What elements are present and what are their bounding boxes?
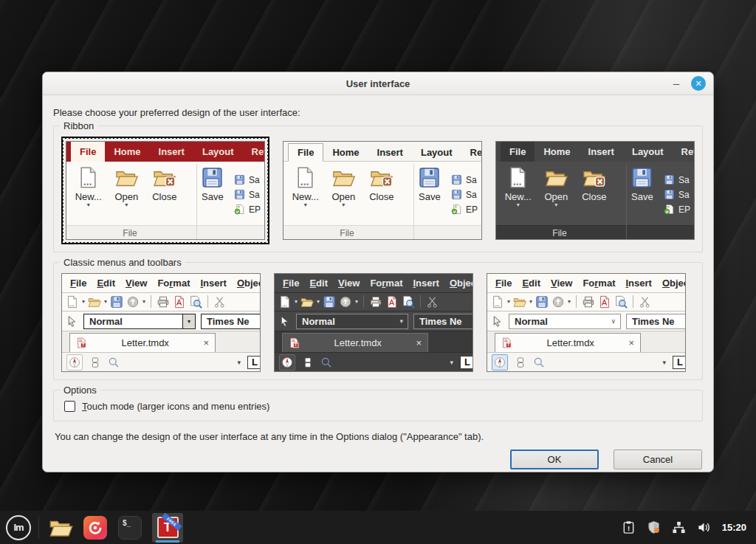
menu-view: View — [120, 278, 152, 289]
print-icon — [582, 295, 595, 309]
cursor-icon — [491, 315, 504, 328]
font-combobox: Times Ne — [201, 314, 261, 329]
statusbar-arrow-icon: ▾ — [450, 359, 453, 366]
new-document-icon — [77, 166, 100, 189]
save-all-icon — [451, 189, 462, 200]
classic-group: Classic menus and toolbars File Edit Vie… — [53, 262, 703, 380]
menu-edit: Edit — [304, 278, 333, 289]
menu-file: File — [490, 278, 517, 289]
menu-insert: Insert — [408, 278, 444, 289]
status-bar: ▾ L — [62, 352, 260, 371]
network-icon[interactable] — [672, 520, 686, 534]
statusbar-arrow-icon: ▾ — [237, 359, 241, 366]
textmaker-window-button[interactable]: T FREE — [152, 513, 183, 543]
firewall-shield-icon[interactable] — [647, 520, 661, 534]
style-combobox: Normal ∨ — [509, 314, 621, 329]
open-folder-icon — [115, 166, 138, 189]
menu-object: Object — [444, 278, 473, 289]
document-tabbar: Letter.tmdx × — [487, 331, 685, 353]
ribbon-preview-light[interactable]: File Home Insert Layout Refer New... ▾ — [283, 141, 482, 240]
send-icon — [551, 295, 565, 309]
mint-menu-button[interactable]: lm — [6, 515, 31, 540]
ribbon-tab-insert: Insert — [150, 142, 193, 162]
ribbon-saveas-button: Sa — [451, 174, 480, 185]
ribbon-tab-home: Home — [535, 142, 579, 162]
ribbon-tabbar: File Home Insert Layout Refer — [284, 142, 481, 162]
document-tab: Letter.tmdx × — [495, 333, 641, 352]
timeshift-launcher[interactable] — [83, 515, 108, 540]
menu-view: View — [333, 278, 365, 289]
menu-edit: Edit — [517, 278, 546, 289]
textmaker-doc-icon — [289, 337, 300, 348]
format-toolbar: Normal ∨ Times Ne — [487, 311, 685, 331]
ribbon-group-caption: File — [496, 225, 694, 240]
ribbon-tab-insert: Insert — [368, 143, 412, 161]
refresh-app-icon — [83, 516, 107, 540]
panes-icon — [302, 357, 314, 368]
style-combobox: Normal ▾ — [296, 314, 408, 329]
ribbon-save-button: Save — [193, 164, 233, 225]
ribbon-tabbar: File Home Insert Layout Refer — [496, 142, 694, 162]
save-icon — [535, 295, 549, 309]
open-folder-icon — [88, 295, 101, 309]
ribbon-open-button: Open ▾ — [537, 164, 576, 225]
cut-icon — [639, 295, 652, 309]
combo-arrow-icon: ▾ — [399, 317, 408, 325]
combo-arrow-icon: ∨ — [611, 317, 620, 325]
menubar: File Edit View Format Insert Object — [62, 274, 260, 292]
menubar: File Edit View Format Insert Object — [275, 274, 472, 292]
menu-format: Format — [365, 278, 408, 289]
ribbon-new-button: New... ▾ — [286, 164, 325, 225]
ribbon-close-button: Close — [145, 164, 184, 225]
files-launcher[interactable] — [48, 515, 73, 540]
update-manager-icon[interactable] — [622, 520, 636, 534]
ribbon-group: Ribbon File Home Insert Layout Refer — [53, 125, 703, 252]
toolbar: ▾ ▾ ▾ — [275, 292, 472, 311]
close-folder-icon — [370, 166, 393, 189]
classic-preview-dark[interactable]: File Edit View Format Insert Object ▾ ▾ … — [274, 273, 473, 372]
cut-icon — [426, 295, 439, 309]
ribbon-group-caption: File — [66, 225, 264, 240]
close-folder-icon — [583, 166, 605, 189]
print-preview-icon — [189, 295, 202, 309]
ribbon-preview-red[interactable]: File Home Insert Layout Refer New... ▾ — [66, 141, 265, 240]
print-icon — [157, 295, 170, 309]
ribbon-tab-file: File — [71, 142, 105, 162]
ribbon-saveall-button: Sa — [451, 189, 480, 200]
ribbon-preview-dark[interactable]: File Home Insert Layout Refer New... ▾ — [495, 141, 695, 240]
save-all-icon — [664, 189, 675, 200]
save-as-icon — [234, 174, 245, 185]
search-icon — [320, 357, 332, 368]
menu-format: Format — [152, 278, 195, 289]
pdf-export-icon — [598, 295, 611, 309]
terminal-launcher[interactable]: $_ — [117, 515, 142, 540]
status-bar: ▾ L — [487, 352, 685, 371]
close-button[interactable]: ✕ — [691, 76, 706, 91]
classic-preview-light[interactable]: File Edit View Format Insert Object ▾ ▾ … — [61, 273, 261, 372]
new-document-icon — [491, 295, 504, 309]
tab-close-icon: × — [203, 337, 209, 348]
ribbon-tab-file: File — [288, 143, 323, 162]
minimize-button[interactable]: – — [670, 80, 682, 87]
combo-arrow-icon: ▾ — [182, 314, 195, 328]
pdf-export-icon — [385, 295, 399, 309]
volume-icon[interactable] — [697, 520, 711, 534]
print-icon — [369, 295, 382, 309]
clock[interactable]: 15:20 — [722, 522, 746, 533]
menu-file: File — [65, 278, 92, 289]
touch-mode-checkbox[interactable] — [64, 401, 75, 412]
classic-preview-modern[interactable]: File Edit View Format Insert Object ▾ ▾ … — [487, 273, 686, 372]
ribbon-open-button: Open ▾ — [325, 164, 363, 225]
ribbon-new-button: New... ▾ — [69, 164, 108, 225]
ribbon-preview-red-selected[interactable]: File Home Insert Layout Refer New... ▾ — [61, 137, 269, 244]
ribbon-close-button: Close — [362, 164, 401, 225]
ok-button[interactable]: OK — [510, 450, 599, 469]
ribbon-saveas-button: Sa — [664, 174, 693, 185]
cancel-button[interactable]: Cancel — [614, 450, 702, 469]
ribbon-epub-button: EP — [664, 204, 693, 215]
menu-file: File — [278, 278, 304, 289]
menu-object: Object — [657, 278, 686, 289]
dialog-titlebar[interactable]: User interface – ✕ — [43, 72, 713, 95]
epub-export-icon — [234, 204, 245, 215]
ribbon-tab-home: Home — [323, 143, 368, 161]
